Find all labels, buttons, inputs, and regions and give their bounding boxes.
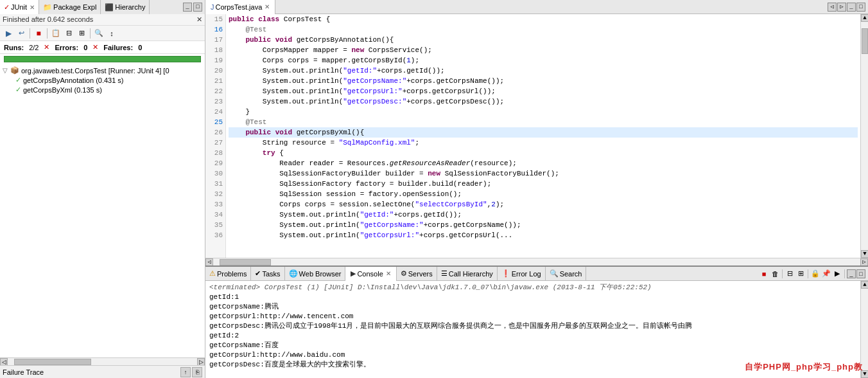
- servers-icon: ⚙: [401, 269, 407, 278]
- editor-next[interactable]: ▷: [837, 3, 846, 12]
- tree-child-xml-label: getCorpsByXml (0.135 s): [23, 86, 102, 94]
- test-pass-icon-2: ✓: [15, 86, 21, 94]
- console-btn4[interactable]: ⊞: [795, 269, 806, 279]
- test-tree: ▽ 📦 org.javaweb.test.CorpsTest [Runner: …: [0, 64, 205, 357]
- console-btn3[interactable]: ⊟: [785, 269, 795, 279]
- console-btn2[interactable]: 🗑: [770, 269, 780, 279]
- console-pin[interactable]: 📌: [821, 269, 831, 279]
- progress-bar: [4, 56, 201, 62]
- console-icon: ▶: [351, 269, 356, 278]
- console-stop-btn[interactable]: ■: [759, 269, 769, 279]
- console-minimize[interactable]: _: [847, 269, 856, 278]
- tree-child-annotation-label: getCorpsByAnnotation (0.431 s): [23, 76, 124, 84]
- editor-tab-close[interactable]: ✕: [265, 3, 270, 10]
- code-h-scroll[interactable]: ◁ ▷: [205, 258, 868, 266]
- hierarchy-icon: ⬛: [105, 3, 114, 12]
- tree-root-item[interactable]: ▽ 📦 org.javaweb.test.CorpsTest [Runner: …: [0, 66, 205, 75]
- console-line-2: getCorpsName:腾讯: [209, 302, 856, 312]
- errors-value: 0: [83, 44, 87, 51]
- tab-junit[interactable]: ✓ JUnit ✕: [0, 0, 39, 14]
- console-maximize[interactable]: □: [856, 269, 865, 278]
- v-scroll-down[interactable]: ▼: [861, 250, 868, 258]
- watermark: 自学PHP网_php学习_php教: [745, 361, 863, 373]
- left-panel-minimize[interactable]: _: [183, 3, 192, 12]
- console-line-1: getId:1: [209, 292, 856, 302]
- scroll-right[interactable]: ▷: [197, 358, 205, 366]
- pkgexpl-icon: 📁: [43, 3, 52, 12]
- tab-tasks[interactable]: ✔ Tasks: [251, 267, 284, 281]
- v-scroll-thumb[interactable]: [862, 28, 868, 54]
- console-line-6: getCorpsName:百度: [209, 341, 856, 350]
- console-header-line: <terminated> CorpsTest (1) [JUnit] D:\In…: [209, 283, 856, 292]
- tree-expand-icon: ▽: [3, 67, 10, 74]
- rerun-button[interactable]: ▶: [3, 28, 14, 39]
- code-line-31: SqlSessionFactory factory = builder.buil…: [229, 179, 858, 189]
- code-line-30: SqlSessionFactoryBuilder builder = new S…: [229, 168, 858, 179]
- console-scroll-lock[interactable]: 🔒: [810, 269, 820, 279]
- runs-value: 2/2: [29, 44, 39, 51]
- filter-button[interactable]: 🔍: [93, 28, 105, 39]
- tree-child-annotation[interactable]: ✓ getCorpsByAnnotation (0.431 s): [0, 75, 205, 85]
- failures-label: Failures:: [103, 44, 133, 51]
- tab-pkgexpl[interactable]: 📁 Package Expl: [39, 0, 101, 14]
- console-scroll-up[interactable]: ▲: [861, 281, 868, 289]
- junit-icon: ✓: [4, 3, 10, 12]
- tab-search[interactable]: 🔍 Search: [546, 267, 587, 281]
- expand-all-button[interactable]: ⊞: [76, 28, 87, 39]
- editor-minimize[interactable]: _: [847, 3, 856, 12]
- tree-child-xml[interactable]: ✓ getCorpsByXml (0.135 s): [0, 85, 205, 94]
- code-line-21: System.out.println("getCorpsName:"+corps…: [229, 76, 858, 86]
- left-h-scroll[interactable]: ◁ ▷: [0, 357, 205, 365]
- stop-button[interactable]: ■: [33, 28, 44, 39]
- search-tab-icon: 🔍: [550, 269, 559, 278]
- console-tab-close[interactable]: ✕: [386, 270, 391, 277]
- editor-maximize[interactable]: □: [856, 3, 865, 12]
- tab-servers[interactable]: ⚙ Servers: [397, 267, 437, 281]
- code-line-20: System.out.println("getId:"+corps.getId(…: [229, 66, 858, 76]
- status-text: Finished after 0.642 seconds: [3, 15, 93, 24]
- console-line-4: getCorpsDesc:腾讯公司成立于1998年11月，是目前中国最大的互联网…: [209, 321, 856, 331]
- code-line-28: try {: [229, 148, 858, 158]
- v-scroll-up[interactable]: ▲: [861, 14, 868, 22]
- tab-corps-test[interactable]: J CorpsTest.java ✕: [205, 0, 275, 14]
- bottom-tab-controls: ■ 🗑 ⊟ ⊞ 🔒 📌 ▶ _ □: [759, 269, 868, 279]
- test-history-button[interactable]: 📋: [50, 28, 62, 39]
- tab-hierarchy[interactable]: ⬛ Hierarchy: [101, 0, 150, 14]
- code-content[interactable]: public class CorpsTest { @Test public vo…: [226, 14, 860, 258]
- sort-button[interactable]: ↕: [106, 28, 117, 39]
- tab-callhierarchy[interactable]: ☰ Call Hierarchy: [437, 267, 498, 281]
- code-line-35: System.out.println("getCorpsName:"+corps…: [229, 220, 858, 230]
- scroll-thumb[interactable]: [14, 359, 91, 365]
- editor-v-scroll[interactable]: ▲ ▼: [860, 14, 868, 258]
- code-line-19: Corps corps = mapper.getCorpsById(1);: [229, 55, 858, 66]
- console-line-5: getId:2: [209, 331, 856, 341]
- code-line-27: String resource = "SqlMapConfig.xml";: [229, 138, 858, 148]
- code-scroll-right[interactable]: ▷: [860, 258, 868, 266]
- collapse-all-button[interactable]: ⊟: [63, 28, 74, 39]
- java-file-icon: J: [211, 3, 214, 11]
- editor-prev[interactable]: ◁: [828, 3, 837, 12]
- code-line-16: @Test: [229, 24, 858, 35]
- test-pass-icon-1: ✓: [15, 76, 21, 84]
- failure-trace-btn1[interactable]: ↑: [180, 367, 191, 377]
- scroll-left[interactable]: ◁: [0, 358, 8, 366]
- status-close[interactable]: ✕: [196, 15, 202, 24]
- tab-webbrowser[interactable]: 🌐 Web Browser: [285, 267, 346, 281]
- tab-console[interactable]: ▶ Console ✕: [345, 267, 396, 281]
- tab-junit-close[interactable]: ✕: [30, 4, 35, 11]
- errors-icon: ✕: [44, 43, 49, 51]
- console-line-7: getCorpsUrl:http://www.baidu.com: [209, 350, 856, 360]
- callhierarchy-icon: ☰: [441, 269, 447, 278]
- failure-trace-btn2[interactable]: ⎘: [192, 367, 202, 377]
- code-line-26: public void getCorpsByXml(){: [229, 127, 858, 138]
- left-panel-maximize[interactable]: □: [193, 3, 202, 12]
- runs-label: Runs:: [4, 44, 24, 51]
- webbrowser-icon: 🌐: [289, 269, 298, 278]
- rerun-failed-button[interactable]: ↩: [15, 28, 27, 39]
- code-scroll-thumb[interactable]: [220, 259, 271, 266]
- tab-errorlog[interactable]: ❗ Error Log: [498, 267, 546, 281]
- tab-problems[interactable]: ⚠ Problems: [205, 267, 251, 281]
- code-line-18: CorpsMapper mapper = new CorpsService();: [229, 45, 858, 55]
- console-open-console[interactable]: ▶: [832, 269, 842, 279]
- code-scroll-left[interactable]: ◁: [205, 258, 213, 266]
